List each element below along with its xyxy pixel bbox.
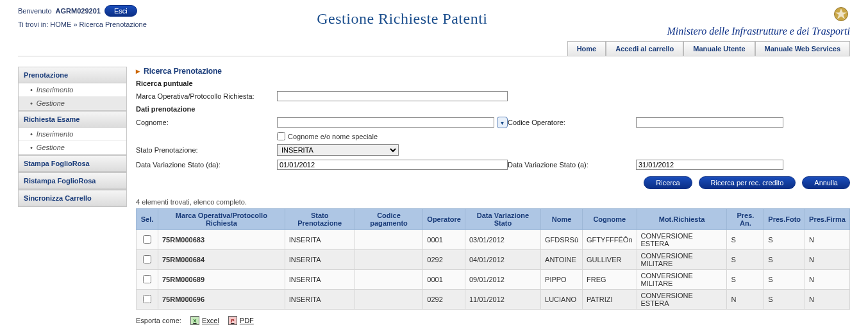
cell-pres-an: S: [727, 270, 764, 290]
row-checkbox[interactable]: [143, 295, 151, 303]
codice-operatore-input[interactable]: [636, 117, 783, 128]
protocol-input[interactable]: [277, 91, 508, 101]
cell-operatore: 0292: [423, 250, 465, 270]
stato-select[interactable]: INSERITA: [277, 144, 399, 156]
export-row: Esporta come: XExcel PPDF: [136, 316, 850, 325]
col-header: Marca Operativa/Protocollo Richiesta: [158, 209, 285, 230]
col-header: Nome: [541, 209, 583, 230]
cell-nome: ANTOINE: [541, 250, 583, 270]
col-header: Sel.: [137, 209, 158, 230]
cell-stato: INSERITA: [285, 290, 355, 310]
dvs-da-label: Data Variazione Stato (da):: [136, 161, 277, 169]
cell-protocollo: 75RM000696: [158, 290, 285, 310]
ricerca-rec-credito-button[interactable]: Ricerca per rec. credito: [699, 176, 796, 189]
table-row: 75RM000696INSERITA029211/01/2012LUCIANOP…: [137, 290, 850, 310]
cell-operatore: 0001: [423, 270, 465, 290]
tab-home[interactable]: Home: [567, 41, 606, 56]
breadcrumb: Ti trovi in: HOME » Ricerca Prenotazione: [18, 21, 147, 28]
cell-pres-firma: N: [805, 270, 850, 290]
cell-pres-an: S: [727, 230, 764, 250]
page-title: Gestione Richieste Patenti: [147, 10, 658, 28]
codice-operatore-label: Codice Operatore:: [508, 119, 636, 126]
protocol-label: Marca Operativa/Protocollo Richiesta:: [136, 92, 277, 100]
results-caption: 4 elementi trovati, elenco completo.: [136, 198, 850, 206]
breadcrumb-home-link[interactable]: HOME: [50, 21, 71, 28]
cognome-lookup-icon[interactable]: ▾: [497, 117, 508, 128]
annulla-button[interactable]: Annulla: [802, 176, 850, 189]
cell-pres-foto: S: [764, 270, 805, 290]
dvs-a-label: Data Variazione Stato (a):: [508, 161, 636, 169]
logout-button[interactable]: Esci: [104, 5, 137, 17]
export-label: Esporta come:: [136, 317, 181, 324]
cell-nome: LUCIANO: [541, 290, 583, 310]
results-table: Sel.Marca Operativa/Protocollo Richiesta…: [136, 208, 850, 310]
sidebar-head-ristampa-fogliorosa[interactable]: Ristampa FoglioRosa: [19, 173, 126, 189]
cell-pres-an: S: [727, 250, 764, 270]
dvs-da-input[interactable]: [277, 160, 508, 170]
sidebar-item-gestione[interactable]: Gestione: [19, 141, 126, 154]
cell-cognome: GFTYFFFËÔn: [583, 230, 637, 250]
cell-mot: CONVERSIONE ESTERA: [637, 290, 727, 310]
cell-pres-an: N: [727, 290, 764, 310]
cell-nome: PIPPO: [541, 270, 583, 290]
cognome-input[interactable]: [277, 117, 494, 128]
col-header: Stato Prenotazione: [285, 209, 355, 230]
sidebar-head-richiesta-esame[interactable]: Richiesta Esame: [19, 112, 126, 128]
cell-stato: INSERITA: [285, 250, 355, 270]
row-checkbox[interactable]: [143, 235, 151, 244]
subhead-dati-prenotazione: Dati prenotazione: [136, 105, 850, 113]
cell-select: [137, 230, 158, 250]
breadcrumb-sep: »: [73, 21, 77, 28]
table-row: 75RM000684INSERITA029204/01/2012ANTOINEG…: [137, 250, 850, 270]
cell-pres-firma: N: [805, 250, 850, 270]
tab-manuale-web-services[interactable]: Manuale Web Services: [755, 41, 850, 56]
tab-manuale-utente[interactable]: Manuale Utente: [683, 41, 755, 56]
welcome-block: Benvenuto AGRM029201 Esci Ti trovi in: H…: [18, 5, 147, 28]
stato-label: Stato Prenotazione:: [136, 146, 277, 154]
cell-pres-foto: S: [764, 230, 805, 250]
sidebar-item-gestione[interactable]: Gestione: [19, 97, 126, 110]
ricerca-button[interactable]: Ricerca: [644, 176, 692, 189]
sidebar-head-stampa-fogliorosa[interactable]: Stampa FoglioRosa: [19, 156, 126, 172]
tab-accedi-al-carrello[interactable]: Accedi al carrello: [606, 41, 683, 56]
cell-mot: CONVERSIONE ESTERA: [637, 230, 727, 250]
welcome-label: Benvenuto: [18, 7, 52, 15]
welcome-user: AGRM029201: [56, 7, 101, 15]
pdf-icon: P: [228, 316, 237, 325]
cell-operatore: 0292: [423, 290, 465, 310]
cell-codice-pag: [355, 250, 423, 270]
export-pdf-link[interactable]: PPDF: [228, 316, 254, 325]
cell-pres-firma: N: [805, 230, 850, 250]
col-header: Cognome: [583, 209, 637, 230]
col-header: Pres. An.: [727, 209, 764, 230]
row-checkbox[interactable]: [143, 255, 151, 263]
col-header: Codice pagamento: [355, 209, 423, 230]
cell-pres-foto: S: [764, 250, 805, 270]
cell-cognome: FREG: [583, 270, 637, 290]
cell-cognome: PATRIZI: [583, 290, 637, 310]
breadcrumb-prefix: Ti trovi in:: [18, 21, 48, 28]
sidebar-item-inserimento[interactable]: Inserimento: [19, 83, 126, 97]
col-header: Data Variazione Stato: [465, 209, 540, 230]
col-header: Pres.Foto: [764, 209, 805, 230]
cell-cognome: GULLIVER: [583, 250, 637, 270]
cell-select: [137, 250, 158, 270]
sidebar-head-sincronizza-carrello[interactable]: Sincronizza Carrello: [19, 190, 126, 206]
table-row: 75RM000683INSERITA000103/01/2012GFDSRSûG…: [137, 230, 850, 250]
row-checkbox[interactable]: [143, 275, 151, 283]
export-excel-link[interactable]: XExcel: [190, 316, 219, 325]
cell-dvs: 11/01/2012: [465, 290, 540, 310]
sidebar-item-inserimento[interactable]: Inserimento: [19, 128, 126, 141]
cell-protocollo: 75RM000689: [158, 270, 285, 290]
cell-codice-pag: [355, 270, 423, 290]
cell-pres-foto: S: [764, 290, 805, 310]
topbar: Benvenuto AGRM029201 Esci Ti trovi in: H…: [18, 5, 850, 37]
emblem-icon: [832, 5, 850, 23]
dvs-a-input[interactable]: [636, 160, 783, 170]
cell-codice-pag: [355, 290, 423, 310]
cell-dvs: 09/01/2012: [465, 270, 540, 290]
cell-codice-pag: [355, 230, 423, 250]
cell-mot: CONVERSIONE MILITARE: [637, 250, 727, 270]
cognome-special-checkbox[interactable]: [277, 132, 285, 140]
sidebar-head-prenotazione[interactable]: Prenotazione: [19, 67, 126, 83]
